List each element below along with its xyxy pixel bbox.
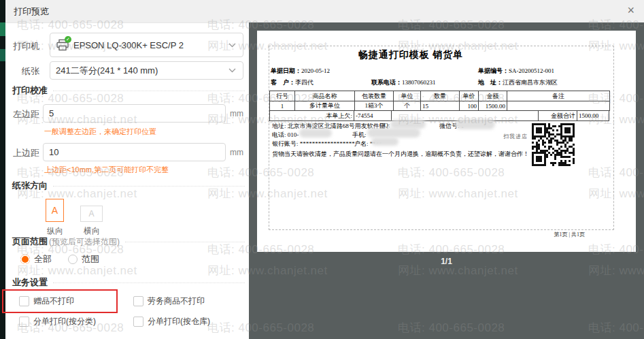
doc-table-cell: 个 — [394, 101, 421, 111]
top-margin-hint: 上边距<10mm,第二页可能打印不完整 — [44, 165, 169, 175]
checkbox-icon — [19, 317, 29, 327]
paper-label: 纸张 — [12, 65, 39, 78]
checkbox-label: 赠品不打印 — [33, 295, 74, 307]
doc-address: 地 址：江西省南昌市东湖区 — [478, 78, 558, 87]
doc-col-header: 金额 — [479, 91, 507, 101]
chevron-down-icon — [228, 68, 236, 73]
printer-value: EPSON LQ-300K+ ESC/P 2 — [73, 40, 184, 50]
printer-select[interactable]: ✓ EPSON LQ-300K+ ESC/P 2 — [50, 33, 243, 57]
doc-date: 单据日期：2020-05-12 — [271, 67, 330, 76]
print-preview-dialog: 打印预览 × 打印机 ✓ EPSON LQ-300K+ ESC/P 2 纸张 2… — [5, 0, 644, 339]
redaction-blur — [367, 128, 420, 138]
chevron-down-icon — [228, 43, 236, 48]
doc-col-header: 备注 — [507, 91, 610, 101]
doc-col-header: 商品名称 — [295, 91, 355, 101]
checkbox-split-by-category[interactable]: 分单打印(按分类) — [19, 316, 96, 327]
radio-label: 范围 — [82, 253, 99, 265]
range-custom-radio[interactable]: 范围 — [68, 253, 99, 265]
doc-table: 行号商品名称包装数量单位数量单价金额备注 1多计量单位1箱3个个15100150… — [269, 91, 610, 111]
radio-selected-icon — [20, 255, 30, 264]
range-all-radio[interactable]: 全部 — [20, 253, 52, 265]
doc-table-body: 1多计量单位1箱3个个151001500.00 — [270, 101, 610, 111]
checkbox-label: 分单打印(按仓库) — [148, 316, 210, 327]
checkbox-label: 劳务商品不打印 — [148, 295, 205, 307]
preview-page: 畅捷通打印模板 销货单 单据日期：2020-05-12 单据编号：SA-2020… — [257, 31, 636, 252]
left-margin-hint: 一般调整左边距，来确定打印位置 — [44, 127, 156, 137]
preview-area: 畅捷通打印模板 销货单 单据日期：2020-05-12 单据编号：SA-2020… — [249, 22, 644, 339]
checkbox-no-service-print[interactable]: 劳务商品不打印 — [133, 295, 205, 307]
top-margin-unit: mm — [230, 148, 243, 157]
doc-table-cell: 100 — [460, 101, 479, 111]
doc-table-cell: 1 — [270, 101, 295, 111]
qr-caption: 扫我进店 — [503, 133, 528, 140]
left-margin-input[interactable] — [43, 104, 226, 123]
checkbox-no-gift-print[interactable]: 赠品不打印 — [19, 295, 74, 307]
doc-table-cell — [507, 101, 610, 111]
doc-table-row: 1多计量单位1箱3个个151001500.00 — [270, 101, 610, 111]
printer-ready-badge: ✓ — [65, 36, 71, 43]
doc-col-header: 单价 — [460, 91, 479, 101]
radio-unselected-icon — [68, 255, 78, 264]
left-margin-label: 左边距 — [12, 108, 39, 120]
total-value: 1500.00 — [577, 111, 609, 120]
orientation-landscape-button[interactable]: A — [80, 206, 103, 222]
checkbox-split-by-warehouse[interactable]: 分单打印(按仓库) — [133, 316, 210, 327]
doc-col-header: 行号 — [270, 91, 295, 101]
section-note: (预览后可选择范围) — [49, 236, 120, 248]
portrait-glyph: A — [52, 205, 58, 216]
bank-account: 银行账号: ****************** — [272, 140, 355, 148]
redaction-blur — [456, 119, 495, 129]
paper-select[interactable]: 241二等分(241 * 140 mm) — [50, 61, 243, 80]
printer-label: 打印机 — [12, 40, 39, 52]
section-page-range: 页面范围 (预览后可选择范围) — [12, 236, 245, 248]
paper-value: 241二等分(241 * 140 mm) — [56, 65, 158, 77]
terms-text: 货物当天请验收清楚，产品质量问题请在一个月内退换，逾期概不负责，还望谅解，谢谢合… — [272, 150, 529, 159]
owed-label: 本单上欠: — [270, 111, 354, 120]
radio-label: 全部 — [34, 253, 52, 265]
redaction-blur — [371, 138, 399, 146]
mobile-label: 手机: — [352, 131, 367, 140]
doc-table-summary-row: 本单上欠: -74554 金额合计 1500.00 — [269, 111, 609, 121]
checkbox-label: 分单打印(按分类) — [33, 316, 96, 327]
doc-col-header: 单位 — [394, 91, 421, 101]
owed-value: -74554 — [354, 111, 391, 120]
doc-customer: 客 户：李四代 — [271, 78, 313, 87]
document-title: 畅捷通打印模板 销货单 — [271, 49, 551, 61]
section-title: 页面范围 — [12, 236, 48, 248]
checkbox-icon — [19, 296, 29, 306]
orientation-portrait-button[interactable]: A — [46, 199, 64, 222]
doc-table-cell: 15 — [421, 101, 460, 111]
background-accent — [0, 22, 5, 36]
dialog-titlebar: 打印预览 × — [5, 0, 644, 23]
close-icon[interactable]: × — [624, 3, 637, 17]
background-accent — [0, 49, 5, 61]
qr-code — [532, 123, 575, 166]
section-title: 打印校准 — [12, 84, 48, 97]
checkbox-icon — [133, 296, 143, 306]
checkbox-icon — [133, 317, 143, 327]
section-paper-orientation: 纸张方向 — [12, 180, 245, 192]
page-indicator: 1/1 — [257, 257, 636, 266]
printer-icon: ✓ — [56, 39, 69, 51]
total-label: 金额合计 — [538, 111, 577, 120]
landscape-glyph: A — [88, 209, 94, 219]
top-margin-label: 上边距 — [12, 147, 39, 159]
doc-table-cell: 1箱3个 — [355, 101, 394, 111]
left-margin-unit: mm — [230, 109, 243, 118]
dialog-title: 打印预览 — [14, 5, 49, 18]
doc-table-cell: 多计量单位 — [295, 101, 355, 111]
doc-table-header-row: 行号商品名称包装数量单位数量单价金额备注 — [270, 91, 610, 101]
doc-col-header: 数量 — [421, 91, 460, 101]
section-title: 业务设置 — [12, 276, 48, 289]
top-margin-input[interactable] — [43, 143, 226, 161]
redaction-blur — [299, 129, 332, 138]
section-print-calibration: 打印校准 — [12, 84, 245, 97]
doc-page-label: 第1页 | 共1页 — [461, 231, 585, 238]
doc-col-header: 包装数量 — [355, 91, 394, 101]
tel-label: 电话: 010- — [272, 131, 299, 140]
doc-table-cell: 1500.00 — [479, 101, 507, 111]
doc-number: 单据编号：SA-20200512-001 — [478, 67, 554, 76]
section-title: 纸张方向 — [12, 180, 48, 192]
section-business-settings: 业务设置 — [12, 276, 245, 289]
doc-phone: 联系电话：13807060231 — [371, 78, 436, 87]
